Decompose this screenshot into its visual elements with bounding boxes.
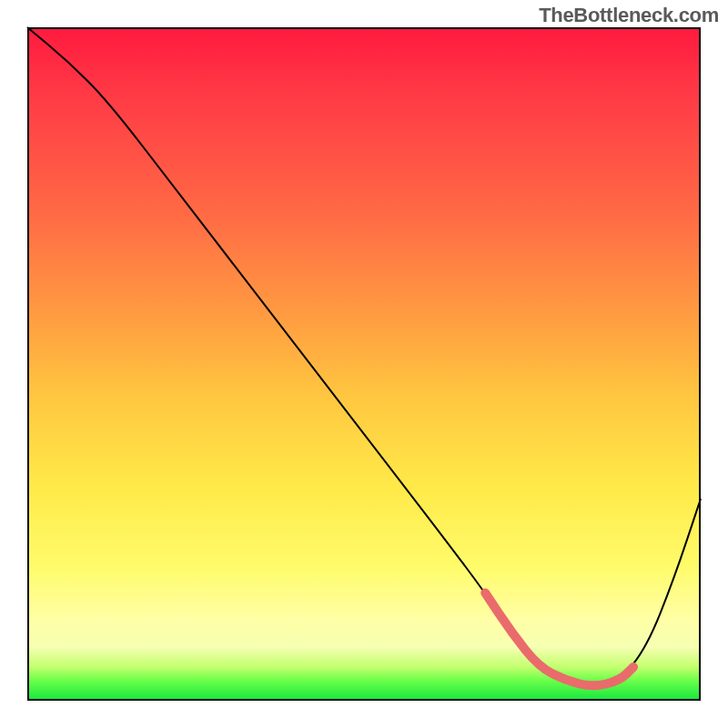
plot-area	[27, 27, 701, 701]
series-highlight-segment	[485, 593, 633, 686]
series-main-curve	[27, 27, 701, 685]
series-group	[27, 27, 701, 685]
chart-container: TheBottleneck.com	[0, 0, 728, 728]
watermark-text: TheBottleneck.com	[539, 4, 719, 27]
curve-layer	[27, 27, 701, 701]
